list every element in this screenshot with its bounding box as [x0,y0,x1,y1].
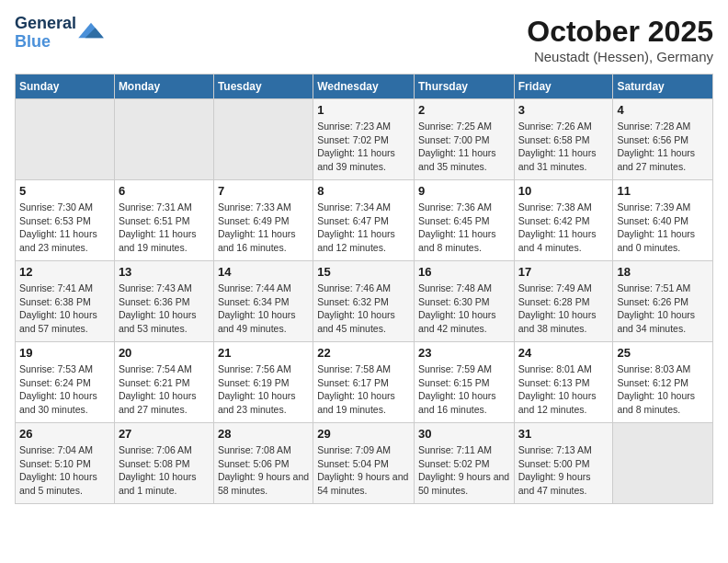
title-block: October 2025 Neustadt (Hessen), Germany [527,15,713,64]
calendar-table: SundayMondayTuesdayWednesdayThursdayFrid… [15,74,713,504]
calendar-cell: 2Sunrise: 7:25 AM Sunset: 7:00 PM Daylig… [414,99,514,180]
header-monday: Monday [114,75,213,99]
day-number: 31 [518,427,609,441]
logo: GeneralBlue [15,15,104,52]
day-number: 1 [317,103,410,117]
calendar-body: 1Sunrise: 7:23 AM Sunset: 7:02 PM Daylig… [16,99,713,504]
day-number: 11 [617,184,709,198]
day-number: 21 [218,346,309,360]
calendar-cell: 14Sunrise: 7:44 AM Sunset: 6:34 PM Dayli… [213,261,313,342]
day-number: 19 [19,346,110,360]
day-info: Sunrise: 8:03 AM Sunset: 6:12 PM Dayligh… [617,362,709,417]
calendar-cell [114,99,213,180]
day-info: Sunrise: 7:36 AM Sunset: 6:45 PM Dayligh… [418,201,510,255]
day-info: Sunrise: 7:23 AM Sunset: 7:02 PM Dayligh… [317,120,410,174]
day-number: 15 [317,265,410,279]
day-info: Sunrise: 7:46 AM Sunset: 6:32 PM Dayligh… [317,282,410,336]
calendar-week-3: 12Sunrise: 7:41 AM Sunset: 6:38 PM Dayli… [16,261,713,342]
day-number: 24 [518,346,609,360]
calendar-cell: 19Sunrise: 7:53 AM Sunset: 6:24 PM Dayli… [16,342,115,423]
day-info: Sunrise: 7:59 AM Sunset: 6:15 PM Dayligh… [418,362,510,417]
day-number: 30 [418,427,510,441]
day-info: Sunrise: 7:13 AM Sunset: 5:00 PM Dayligh… [518,443,609,498]
day-number: 3 [518,103,609,117]
day-number: 10 [518,184,609,198]
month-title: October 2025 [527,15,713,49]
day-info: Sunrise: 7:06 AM Sunset: 5:08 PM Dayligh… [119,443,210,498]
day-info: Sunrise: 7:43 AM Sunset: 6:36 PM Dayligh… [119,282,210,336]
day-number: 22 [317,346,410,360]
calendar-cell: 16Sunrise: 7:48 AM Sunset: 6:30 PM Dayli… [414,261,514,342]
day-info: Sunrise: 7:41 AM Sunset: 6:38 PM Dayligh… [19,282,110,336]
day-info: Sunrise: 7:38 AM Sunset: 6:42 PM Dayligh… [518,201,609,255]
calendar-cell: 3Sunrise: 7:26 AM Sunset: 6:58 PM Daylig… [514,99,613,180]
calendar-cell: 29Sunrise: 7:09 AM Sunset: 5:04 PM Dayli… [313,423,415,504]
day-info: Sunrise: 7:30 AM Sunset: 6:53 PM Dayligh… [19,201,110,255]
day-info: Sunrise: 7:31 AM Sunset: 6:51 PM Dayligh… [119,201,210,255]
day-info: Sunrise: 7:09 AM Sunset: 5:04 PM Dayligh… [317,443,410,498]
day-info: Sunrise: 7:54 AM Sunset: 6:21 PM Dayligh… [119,362,210,417]
header-saturday: Saturday [613,75,713,99]
calendar-week-5: 26Sunrise: 7:04 AM Sunset: 5:10 PM Dayli… [16,423,713,504]
location: Neustadt (Hessen), Germany [527,49,713,64]
calendar-cell: 22Sunrise: 7:58 AM Sunset: 6:17 PM Dayli… [313,342,415,423]
day-number: 17 [518,265,609,279]
day-number: 29 [317,427,410,441]
day-number: 7 [218,184,309,198]
calendar-cell: 13Sunrise: 7:43 AM Sunset: 6:36 PM Dayli… [114,261,213,342]
header-friday: Friday [514,75,613,99]
calendar-cell: 27Sunrise: 7:06 AM Sunset: 5:08 PM Dayli… [114,423,213,504]
calendar-cell: 21Sunrise: 7:56 AM Sunset: 6:19 PM Dayli… [213,342,313,423]
calendar-cell [213,99,313,180]
calendar-header: SundayMondayTuesdayWednesdayThursdayFrid… [16,75,713,99]
day-number: 18 [617,265,709,279]
logo-icon [78,21,104,41]
header-wednesday: Wednesday [313,75,415,99]
day-info: Sunrise: 7:44 AM Sunset: 6:34 PM Dayligh… [218,282,309,336]
calendar-cell: 8Sunrise: 7:34 AM Sunset: 6:47 PM Daylig… [313,180,415,261]
day-number: 8 [317,184,410,198]
calendar-cell: 17Sunrise: 7:49 AM Sunset: 6:28 PM Dayli… [514,261,613,342]
calendar-cell [613,423,713,504]
day-number: 16 [418,265,510,279]
calendar-week-1: 1Sunrise: 7:23 AM Sunset: 7:02 PM Daylig… [16,99,713,180]
calendar-cell: 5Sunrise: 7:30 AM Sunset: 6:53 PM Daylig… [16,180,115,261]
header-row: SundayMondayTuesdayWednesdayThursdayFrid… [16,75,713,99]
day-number: 26 [19,427,110,441]
day-number: 6 [119,184,210,198]
calendar-cell: 30Sunrise: 7:11 AM Sunset: 5:02 PM Dayli… [414,423,514,504]
day-number: 27 [119,427,210,441]
day-info: Sunrise: 8:01 AM Sunset: 6:13 PM Dayligh… [518,362,609,417]
day-info: Sunrise: 7:49 AM Sunset: 6:28 PM Dayligh… [518,282,609,336]
calendar-cell: 25Sunrise: 8:03 AM Sunset: 6:12 PM Dayli… [613,342,713,423]
calendar-cell: 20Sunrise: 7:54 AM Sunset: 6:21 PM Dayli… [114,342,213,423]
day-info: Sunrise: 7:04 AM Sunset: 5:10 PM Dayligh… [19,443,110,498]
day-number: 23 [418,346,510,360]
header-sunday: Sunday [16,75,115,99]
calendar-cell: 15Sunrise: 7:46 AM Sunset: 6:32 PM Dayli… [313,261,415,342]
day-number: 13 [119,265,210,279]
calendar-cell: 12Sunrise: 7:41 AM Sunset: 6:38 PM Dayli… [16,261,115,342]
day-info: Sunrise: 7:51 AM Sunset: 6:26 PM Dayligh… [617,282,709,336]
day-info: Sunrise: 7:33 AM Sunset: 6:49 PM Dayligh… [218,201,309,255]
day-number: 12 [19,265,110,279]
day-info: Sunrise: 7:39 AM Sunset: 6:40 PM Dayligh… [617,201,709,255]
calendar-week-2: 5Sunrise: 7:30 AM Sunset: 6:53 PM Daylig… [16,180,713,261]
day-number: 4 [617,103,709,117]
day-info: Sunrise: 7:26 AM Sunset: 6:58 PM Dayligh… [518,120,609,174]
logo-text: GeneralBlue [15,15,76,52]
calendar-cell: 9Sunrise: 7:36 AM Sunset: 6:45 PM Daylig… [414,180,514,261]
calendar-cell: 31Sunrise: 7:13 AM Sunset: 5:00 PM Dayli… [514,423,613,504]
day-number: 5 [19,184,110,198]
day-number: 20 [119,346,210,360]
calendar-cell: 11Sunrise: 7:39 AM Sunset: 6:40 PM Dayli… [613,180,713,261]
day-info: Sunrise: 7:58 AM Sunset: 6:17 PM Dayligh… [317,362,410,417]
calendar-cell: 4Sunrise: 7:28 AM Sunset: 6:56 PM Daylig… [613,99,713,180]
day-number: 14 [218,265,309,279]
day-info: Sunrise: 7:48 AM Sunset: 6:30 PM Dayligh… [418,282,510,336]
day-info: Sunrise: 7:11 AM Sunset: 5:02 PM Dayligh… [418,443,510,498]
calendar-cell: 10Sunrise: 7:38 AM Sunset: 6:42 PM Dayli… [514,180,613,261]
day-info: Sunrise: 7:25 AM Sunset: 7:00 PM Dayligh… [418,120,510,174]
day-info: Sunrise: 7:53 AM Sunset: 6:24 PM Dayligh… [19,362,110,417]
calendar-cell: 6Sunrise: 7:31 AM Sunset: 6:51 PM Daylig… [114,180,213,261]
